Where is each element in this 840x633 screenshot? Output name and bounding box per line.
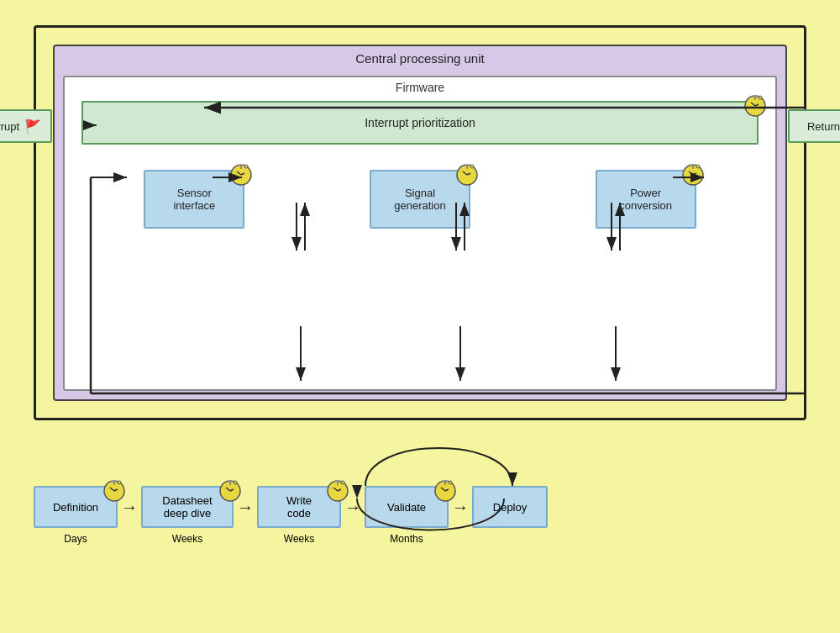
top-diagram: Central processing unit Firmware Interru… xyxy=(34,25,806,420)
interrupt-label: Interrupt xyxy=(0,120,19,133)
cpu-label: Central processing unit xyxy=(55,51,785,66)
pipeline-row: Definition Days → Datasheetdeep dive xyxy=(34,486,806,528)
validate-box: Validate Months xyxy=(365,486,449,528)
stopwatch-interrupt-prior xyxy=(742,91,769,118)
validate-time: Months xyxy=(390,533,423,545)
stopwatch-sensor xyxy=(228,160,255,187)
stopwatch-signal xyxy=(454,160,480,187)
write-code-label: Writecode xyxy=(286,494,312,520)
svg-point-48 xyxy=(118,481,121,484)
definition-box: Definition Days xyxy=(34,486,118,528)
validate-label: Validate xyxy=(387,501,426,514)
interrupt-prioritization-box: Interrupt prioritization xyxy=(81,101,759,145)
stopwatch-validate xyxy=(432,476,459,505)
flag-icon: 🚩 xyxy=(24,119,41,135)
deploy-label: Deploy xyxy=(493,501,527,514)
definition-time: Days xyxy=(64,533,87,545)
firmware-label: Firmware xyxy=(65,81,775,94)
svg-point-9 xyxy=(244,165,248,168)
stopwatch-definition xyxy=(101,476,128,505)
return-box: Return xyxy=(788,109,840,143)
bottom-pipeline: Definition Days → Datasheetdeep dive xyxy=(34,473,806,591)
datasheet-label: Datasheetdeep dive xyxy=(162,494,212,520)
interrupt-box: Interrupt 🚩 xyxy=(0,109,52,143)
sensor-interface-box: Sensorinterface xyxy=(144,170,244,229)
svg-point-21 xyxy=(696,165,700,168)
datasheet-box: Datasheetdeep dive Weeks xyxy=(141,486,234,528)
definition-label: Definition xyxy=(53,501,98,514)
svg-point-66 xyxy=(449,481,452,484)
datasheet-time: Weeks xyxy=(172,533,202,545)
svg-rect-53 xyxy=(230,482,231,485)
sensor-label: Sensorinterface xyxy=(173,187,215,212)
cpu-box: Central processing unit Firmware Interru… xyxy=(53,45,787,401)
svg-rect-65 xyxy=(445,482,446,485)
signal-generation-box: Signalgeneration xyxy=(370,170,470,229)
stopwatch-write-code xyxy=(324,476,351,505)
svg-rect-14 xyxy=(466,166,467,169)
svg-rect-59 xyxy=(338,482,339,485)
svg-point-60 xyxy=(341,481,344,484)
svg-point-3 xyxy=(759,96,762,99)
svg-rect-47 xyxy=(114,482,115,485)
deploy-box: Deploy xyxy=(472,486,548,528)
svg-point-54 xyxy=(234,481,237,484)
write-code-box: Writecode Weeks xyxy=(257,486,341,528)
svg-rect-20 xyxy=(692,166,693,169)
power-conversion-box: Powerconversion xyxy=(596,170,696,229)
write-code-time: Weeks xyxy=(284,533,314,545)
return-label: Return xyxy=(807,120,840,133)
interrupt-prior-label: Interrupt prioritization xyxy=(365,116,475,129)
stopwatch-datasheet xyxy=(217,476,244,505)
stopwatch-power xyxy=(680,160,706,187)
sub-boxes: Sensorinterface Signalge xyxy=(81,170,759,229)
svg-point-15 xyxy=(470,165,474,168)
power-label: Powerconversion xyxy=(619,187,672,212)
svg-rect-2 xyxy=(755,97,756,100)
svg-rect-8 xyxy=(241,166,242,169)
firmware-box: Firmware Interrupt 🚩 Return Interrupt pr… xyxy=(63,76,777,391)
signal-label: Signalgeneration xyxy=(394,187,445,212)
